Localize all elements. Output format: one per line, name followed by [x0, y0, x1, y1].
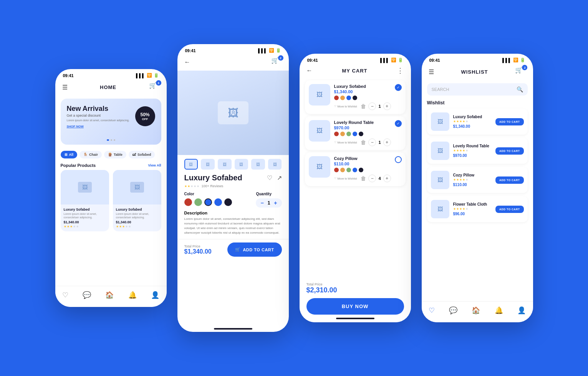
more-options[interactable]: ⋮	[397, 66, 404, 75]
cat-table[interactable]: 🪵Table	[104, 151, 126, 158]
cart-select-2[interactable]: ✓	[395, 120, 402, 127]
desc-title: Description	[184, 211, 282, 215]
qty-increase[interactable]: +	[274, 200, 277, 206]
wishlist-add-btn-4[interactable]: ADD TO CART	[495, 206, 524, 213]
status-bar-3: 09:41 ▌▌▌ 🛜 🔋	[300, 54, 411, 64]
nav-home-4[interactable]: 🏠	[472, 306, 480, 315]
product-info-2: Luxury Sofabed Lorem ipsum dolor sit ame…	[113, 204, 161, 231]
swatch-black[interactable]	[224, 198, 232, 206]
swatch-blue2[interactable]	[214, 198, 222, 206]
cart-swatch-1d	[353, 96, 357, 100]
cart-select-1[interactable]: ✓	[395, 84, 402, 91]
cat-sofabed-label: Sofabed	[137, 153, 151, 157]
thumb-3[interactable]: 🖼	[218, 159, 232, 170]
cart-swatch-1a	[334, 96, 339, 100]
back-button[interactable]: ←	[184, 59, 190, 66]
cart-swatch-2c	[346, 132, 351, 136]
total-section: Total Price $1,340.00	[184, 244, 212, 255]
wishlist-name-4: Flower Table Cloth	[453, 202, 492, 206]
buy-now-button[interactable]: BUY NOW	[306, 298, 404, 315]
cart-dec-2[interactable]: −	[368, 139, 376, 146]
nav-bell-4[interactable]: 🔔	[495, 306, 503, 315]
hamburger-menu[interactable]: ☰	[62, 84, 68, 91]
cart-swatch-2b	[340, 132, 345, 136]
move-wishlist-2[interactable]: ♡ Move to Wishlist	[334, 141, 357, 144]
nav-chat-4[interactable]: 💬	[449, 306, 457, 315]
wishlist-img-3: 🖼	[431, 171, 449, 189]
wishlist-price-4: $96.00	[453, 212, 492, 216]
dot-3	[114, 139, 115, 141]
battery-icon-2: 🔋	[276, 48, 281, 53]
nav-wishlist-icon[interactable]: ♡	[62, 291, 68, 299]
cart-inc-2[interactable]: +	[383, 139, 391, 146]
cart-icon-1: 🛒	[149, 82, 157, 89]
qty-value: 1	[268, 200, 270, 206]
img-placeholder-1: 🖼	[78, 182, 92, 193]
cart-dec-1[interactable]: −	[368, 102, 376, 110]
nav-home-icon[interactable]: 🏠	[105, 291, 114, 299]
cart-swatch-1c	[346, 96, 351, 100]
cart-price-2: $970.00	[334, 125, 391, 130]
qty-decrease[interactable]: −	[260, 200, 263, 206]
cart-name-1: Luxury Sofabed	[334, 84, 391, 89]
nav-chat-icon[interactable]: 💬	[83, 291, 91, 299]
thumb-1[interactable]: 🖼	[184, 159, 198, 170]
quantity-section: Quantity − 1 +	[256, 192, 282, 208]
review-count: 100+ Reviews	[202, 184, 224, 188]
wishlist-info-1: Luxury Sofabed ★★★★★ $1,340.00	[453, 115, 492, 129]
search-bar[interactable]: SEARCH 🔍	[427, 83, 528, 96]
hero-image: 🖼	[218, 101, 248, 124]
delete-3[interactable]: 🗑	[361, 175, 366, 181]
search-icon[interactable]: 🔍	[517, 86, 523, 92]
cart-swatch-3e	[359, 168, 363, 172]
swatch-green[interactable]	[194, 198, 202, 206]
total-label: Total Price	[184, 244, 212, 248]
nav-bell-icon[interactable]: 🔔	[128, 291, 137, 299]
cart-inc-1[interactable]: +	[383, 102, 391, 110]
thumb-6[interactable]: 🖼	[268, 159, 282, 170]
top-nav-4: ☰ WISHLIST 🛒 2	[422, 64, 533, 80]
cat-sofabed[interactable]: 🛋Sofabed	[129, 151, 155, 158]
cart-select-3[interactable]	[395, 156, 402, 163]
product-card-2[interactable]: 🖼 Luxury Sofabed Lorem ipsum dolor sit a…	[113, 170, 161, 231]
view-all-btn[interactable]: View All	[148, 163, 161, 167]
wishlist-add-btn-2[interactable]: ADD TO CART	[495, 147, 524, 155]
cart-dec-3[interactable]: −	[368, 175, 376, 182]
cart-actions-3: ♡ Move to Wishlist 🗑 − 4 +	[334, 175, 391, 182]
product-hero: 🖼	[177, 71, 289, 155]
thumb-4[interactable]: 🖼	[235, 159, 248, 170]
cat-all[interactable]: ⊞All	[61, 151, 78, 158]
nav-profile-4[interactable]: 👤	[517, 306, 526, 315]
product-price-1: $1,340.00	[64, 220, 106, 224]
delete-2[interactable]: 🗑	[361, 139, 366, 145]
share-icon[interactable]: ↗	[277, 174, 282, 181]
cart-inc-3[interactable]: +	[383, 175, 391, 182]
status-bar-2: 09:41 ▌▌▌ 🛜 🔋	[177, 44, 289, 54]
cart-button-1[interactable]: 🛒 3	[149, 82, 160, 92]
wishlist-add-btn-1[interactable]: ADD TO CART	[495, 118, 524, 125]
cart-back-button[interactable]: ←	[306, 67, 313, 74]
thumb-2[interactable]: 🖼	[201, 159, 215, 170]
nav-profile-icon[interactable]: 👤	[151, 291, 159, 299]
product-desc-2: Lorem ipsum dolor sit amet, consectetuer…	[116, 212, 158, 219]
thumbnail-row: 🖼 🖼 🖼 🖼 🖼 🖼	[177, 155, 289, 173]
move-wishlist-3[interactable]: ♡ Move to Wishlist	[334, 177, 357, 180]
swatch-blue[interactable]	[204, 198, 212, 206]
wishlist-add-btn-3[interactable]: ADD TO CART	[495, 176, 524, 184]
wishlist-info-3: Cozy Pillow ★★★★★ $110.00	[453, 173, 492, 187]
thumb-5[interactable]: 🖼	[251, 159, 265, 170]
cart-button-2[interactable]: 🛒 2	[271, 57, 282, 68]
status-bar-1: 09:41 ▌▌▌ 🛜 🔋	[55, 69, 167, 79]
cat-chair[interactable]: 🪑Chair	[80, 151, 102, 158]
nav-wishlist-4[interactable]: ♡	[429, 306, 435, 315]
wishlist-hamburger[interactable]: ☰	[429, 68, 434, 76]
cart-button-4[interactable]: 🛒 2	[515, 66, 526, 77]
swatch-red[interactable]	[184, 198, 192, 206]
move-wishlist-1[interactable]: ♡ Move to Wishlist	[334, 105, 357, 108]
delete-1[interactable]: 🗑	[361, 103, 366, 109]
total-price: $1,340.00	[184, 248, 212, 255]
discount-off: OFF	[142, 117, 148, 121]
add-to-cart-button[interactable]: 🛒 ADD TO CART	[227, 242, 282, 257]
product-card-1[interactable]: 🖼 Luxury Sofabed Lorem ipsum dolor sit a…	[61, 170, 109, 231]
wishlist-icon[interactable]: ♡	[267, 174, 272, 181]
